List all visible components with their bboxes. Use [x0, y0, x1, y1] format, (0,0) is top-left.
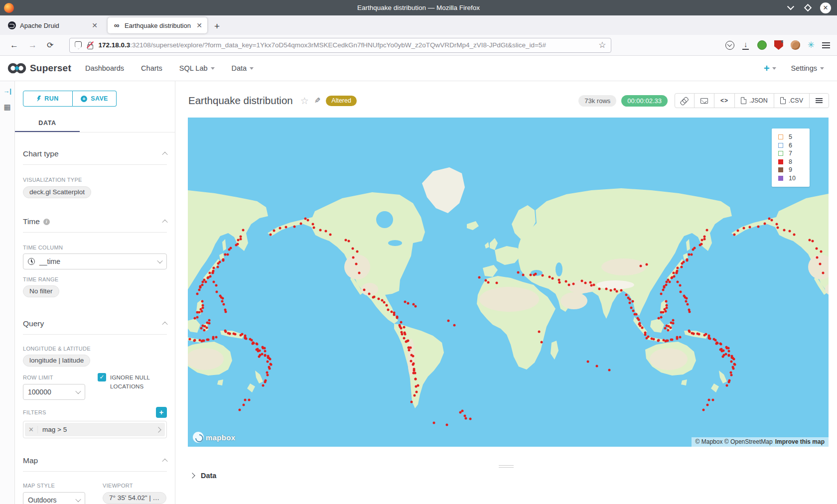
- earthquake-point: [269, 368, 271, 370]
- remove-filter-icon[interactable]: ✕: [25, 426, 38, 433]
- earthquake-point: [408, 349, 410, 352]
- browser-tab[interactable]: Apache Druid✕: [3, 17, 103, 33]
- embed-code-button[interactable]: <>: [714, 94, 735, 108]
- save-button[interactable]: +SAVE: [73, 91, 117, 107]
- earthquake-point: [410, 360, 412, 363]
- copy-link-button[interactable]: [675, 94, 695, 108]
- time-range-value[interactable]: No filter: [23, 285, 59, 297]
- email-link-button[interactable]: [695, 94, 714, 108]
- section-chart-type[interactable]: Chart type: [23, 149, 167, 158]
- tab-close-icon[interactable]: ✕: [92, 21, 98, 29]
- section-time[interactable]: Timei: [23, 217, 167, 226]
- map-style-select[interactable]: Outdoors: [23, 492, 85, 504]
- maximize-icon[interactable]: [803, 3, 812, 12]
- favorite-star-icon[interactable]: ☆: [300, 95, 309, 107]
- ignore-null-checkbox[interactable]: ✓: [98, 373, 106, 381]
- nav-item-data[interactable]: Data: [232, 64, 254, 72]
- nav-item-sql-lab[interactable]: SQL Lab: [179, 64, 215, 72]
- query-timer-badge: 00:00:02.33: [621, 95, 668, 107]
- add-new-button[interactable]: +: [764, 63, 776, 74]
- insecure-lock-icon[interactable]: [87, 41, 93, 49]
- earthquake-point: [200, 327, 202, 329]
- earthquake-point: [447, 320, 450, 322]
- forward-icon[interactable]: →: [28, 40, 37, 50]
- tab-close-icon[interactable]: ✕: [196, 21, 202, 29]
- pane-drag-handle[interactable]: [499, 464, 514, 469]
- earthquake-point: [215, 291, 218, 293]
- legend-item[interactable]: 9: [778, 166, 810, 174]
- reload-icon[interactable]: ⟳: [47, 40, 53, 50]
- privacy-badger-icon[interactable]: [757, 40, 767, 50]
- earthquake-point: [400, 321, 402, 324]
- earthquake-point: [227, 253, 229, 255]
- bookmark-star-icon[interactable]: ☆: [598, 40, 606, 50]
- earthquake-point: [270, 364, 272, 366]
- new-tab-button[interactable]: +: [214, 21, 220, 32]
- earthquake-point: [264, 347, 266, 350]
- legend-item[interactable]: 8: [778, 158, 810, 166]
- legend-item[interactable]: 7: [778, 149, 810, 158]
- earthquake-point: [261, 353, 264, 356]
- legend-item[interactable]: 5: [778, 133, 810, 141]
- row-limit-select[interactable]: 100000: [23, 384, 85, 400]
- run-button[interactable]: RUN: [23, 91, 73, 107]
- more-actions-button[interactable]: [810, 94, 829, 108]
- earthquake-point: [358, 272, 360, 274]
- earthquake-point: [732, 358, 735, 361]
- url-text[interactable]: 172.18.0.3:32108/superset/explore/?form_…: [98, 41, 594, 49]
- earthquake-point: [567, 283, 570, 286]
- lonlat-value[interactable]: longitude | latitude: [23, 355, 90, 367]
- superset-logo[interactable]: Superset: [7, 62, 71, 75]
- ublock-icon[interactable]: 2: [774, 40, 783, 50]
- dataset-grid-icon[interactable]: ▦: [3, 103, 10, 112]
- url-input[interactable]: 172.18.0.3:32108/superset/explore/?form_…: [69, 38, 611, 53]
- earthquake-point: [433, 421, 435, 424]
- link-icon: [680, 96, 690, 106]
- export-csv-button[interactable]: .CSV: [774, 94, 810, 108]
- export-json-button[interactable]: .JSON: [735, 94, 774, 108]
- mapbox-logo[interactable]: mapbox: [193, 432, 235, 443]
- hamburger-menu-icon[interactable]: [822, 45, 830, 46]
- altered-badge[interactable]: Altered: [326, 96, 357, 106]
- minimize-icon[interactable]: [786, 3, 795, 12]
- viz-type-value[interactable]: deck.gl Scatterplot: [23, 186, 91, 198]
- nav-item-dashboards[interactable]: Dashboards: [85, 64, 124, 72]
- tracking-shield-icon[interactable]: [75, 41, 82, 49]
- extension-asterisk-icon[interactable]: ✳: [808, 40, 815, 50]
- section-query[interactable]: Query: [23, 319, 167, 328]
- earthquake-point: [639, 265, 642, 267]
- attribution-text[interactable]: © Mapbox © OpenStreetMap: [696, 438, 773, 445]
- earthquake-point: [587, 360, 589, 363]
- earthquake-point: [411, 401, 413, 403]
- cookie-extension-icon[interactable]: [791, 40, 800, 50]
- earthquake-point: [673, 275, 676, 277]
- edit-properties-icon[interactable]: ✎: [314, 96, 321, 105]
- add-filter-button[interactable]: +: [156, 407, 167, 418]
- legend-item[interactable]: 10: [778, 174, 810, 183]
- close-icon[interactable]: ✕: [820, 2, 831, 13]
- earthquake-point: [399, 324, 401, 327]
- downloads-icon[interactable]: ↓: [742, 41, 750, 50]
- earthquake-point: [686, 258, 688, 260]
- deckgl-map[interactable]: 5678910 mapbox © Mapbox © OpenStreetMap …: [188, 118, 829, 447]
- viewport-value[interactable]: 7° 35' 54.02" | 31...: [103, 492, 166, 504]
- nav-item-charts[interactable]: Charts: [141, 64, 162, 72]
- earthquake-point: [356, 251, 359, 253]
- earthquake-point: [764, 223, 766, 225]
- filter-item[interactable]: ✕ mag > 5: [23, 421, 167, 438]
- section-map[interactable]: Map: [23, 456, 167, 465]
- earthquake-point: [667, 279, 670, 281]
- time-column-select[interactable]: __time: [23, 253, 167, 269]
- back-icon[interactable]: ←: [10, 40, 18, 50]
- browser-tab[interactable]: ∞Earthquake distribution✕: [108, 17, 207, 33]
- tab-data[interactable]: DATA: [15, 115, 80, 132]
- mail-icon: [700, 98, 708, 104]
- improve-map-link[interactable]: Improve this map: [775, 438, 825, 445]
- data-panel-toggle[interactable]: Data: [190, 472, 216, 480]
- earthquake-point: [224, 253, 226, 256]
- legend-item[interactable]: 6: [778, 141, 810, 150]
- expand-panel-icon[interactable]: →|: [3, 87, 11, 95]
- settings-menu[interactable]: Settings: [791, 64, 824, 72]
- pocket-icon[interactable]: [725, 41, 734, 50]
- filter-value[interactable]: mag > 5: [38, 426, 152, 433]
